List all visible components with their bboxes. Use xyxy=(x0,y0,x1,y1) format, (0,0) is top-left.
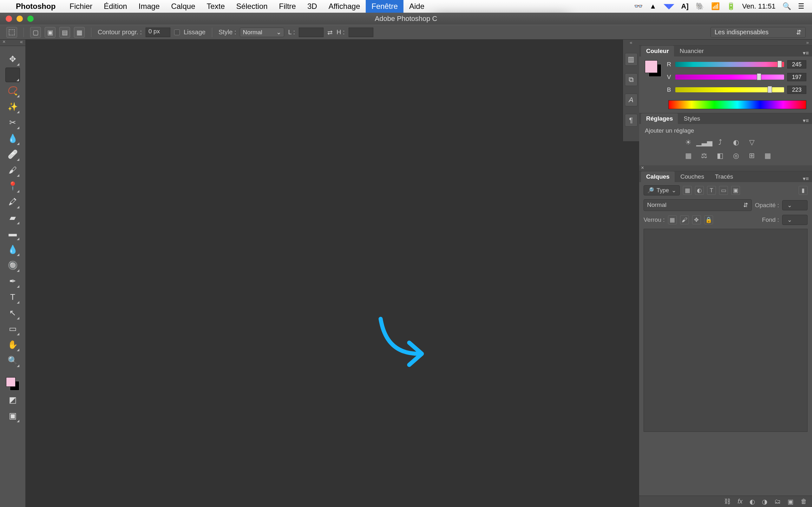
fill-input[interactable]: ⌄ xyxy=(782,215,808,225)
link-layers-icon[interactable]: ⛓ xyxy=(724,498,731,505)
collapse-panels-button[interactable]: » xyxy=(639,40,812,45)
v-value[interactable]: 197 xyxy=(787,73,806,81)
minimize-window-button[interactable] xyxy=(16,15,23,22)
menu-selection[interactable]: Sélection xyxy=(231,0,273,13)
selection-add-icon[interactable]: ▣ xyxy=(45,27,56,38)
screenmode-toggle[interactable]: ▣ xyxy=(5,408,20,423)
move-tool[interactable]: ✥ xyxy=(5,52,20,66)
adj-channel-mixer-icon[interactable]: ⊞ xyxy=(746,151,757,160)
menu-image[interactable]: Image xyxy=(133,0,166,13)
eyedropper-tool[interactable]: 💧 xyxy=(5,131,20,146)
v-slider[interactable] xyxy=(675,74,784,79)
close-window-button[interactable] xyxy=(6,15,12,22)
close-panel-icon[interactable]: × xyxy=(641,165,644,171)
menu-3d[interactable]: 3D xyxy=(302,0,323,13)
app-name[interactable]: Photoshop xyxy=(16,2,56,11)
zoom-window-button[interactable] xyxy=(27,15,34,22)
canvas-area[interactable] xyxy=(25,46,634,507)
filter-smart-icon[interactable]: ▣ xyxy=(731,186,740,195)
height-input[interactable] xyxy=(349,27,373,37)
menu-aide[interactable]: Aide xyxy=(403,0,430,13)
dock-character-icon[interactable]: A xyxy=(625,94,637,106)
selection-intersect-icon[interactable]: ▦ xyxy=(74,27,85,38)
tab-traces[interactable]: Tracés xyxy=(710,171,738,182)
shape-tool[interactable]: ▭ xyxy=(5,321,20,336)
lock-pixels-icon[interactable]: 🖌 xyxy=(680,215,689,224)
dock-history-icon[interactable]: ▥ xyxy=(625,53,637,66)
antialias-checkbox[interactable] xyxy=(174,30,180,35)
clone-stamp-tool[interactable]: 📍 xyxy=(5,179,20,193)
opacity-input[interactable]: ⌄ xyxy=(782,200,808,210)
blur-tool[interactable]: 💧 xyxy=(5,242,20,257)
panel-color-swatches[interactable] xyxy=(645,60,661,77)
tab-couches[interactable]: Couches xyxy=(675,171,709,182)
tab-reglages[interactable]: Réglages xyxy=(641,113,678,124)
type-tool[interactable]: T xyxy=(5,290,20,304)
pen-tool[interactable]: ✒ xyxy=(5,274,20,288)
feather-input[interactable]: 0 px xyxy=(145,27,170,37)
filter-toggle[interactable]: ▮ xyxy=(799,186,808,195)
layers-list[interactable] xyxy=(643,229,808,432)
gdrive-icon[interactable]: ▲ xyxy=(649,2,657,10)
magic-wand-tool[interactable]: ✨ xyxy=(5,99,20,114)
menu-calque[interactable]: Calque xyxy=(165,0,201,13)
fg-swatch[interactable] xyxy=(645,60,658,73)
selection-new-icon[interactable]: ▢ xyxy=(30,27,41,38)
menu-texte[interactable]: Texte xyxy=(201,0,230,13)
evernote-icon[interactable]: 🐘 xyxy=(696,2,704,10)
dodge-tool[interactable]: 🔘 xyxy=(5,258,20,273)
battery-icon[interactable]: 🔋 xyxy=(727,2,735,10)
tools-dock-strip[interactable]: × xyxy=(0,40,25,46)
hand-tool[interactable]: ✋ xyxy=(5,337,20,352)
glasses-icon[interactable]: 👓 xyxy=(634,2,643,10)
clock[interactable]: Ven. 11:51 xyxy=(742,2,775,10)
crop-tool[interactable]: ✂ xyxy=(5,115,20,130)
close-icon[interactable]: × xyxy=(3,39,5,45)
spotlight-icon[interactable]: 🔍 xyxy=(783,2,791,10)
width-input[interactable] xyxy=(299,27,323,37)
adobe-a-icon[interactable]: A] xyxy=(681,2,689,10)
blend-mode-select[interactable]: Normal⇵ xyxy=(643,199,752,211)
menu-extras-icon[interactable]: ☰ xyxy=(798,2,804,10)
lasso-tool[interactable]: 📿 xyxy=(5,83,20,98)
r-slider[interactable] xyxy=(675,62,784,67)
menu-edition[interactable]: Édition xyxy=(98,0,133,13)
adj-levels-icon[interactable]: ▁▃▅ xyxy=(699,138,709,147)
adjustment-layer-icon[interactable]: ◑ xyxy=(762,498,767,505)
lock-all-icon[interactable]: 🔒 xyxy=(704,215,713,224)
layer-filter-type[interactable]: 🔎 Type ⌄ xyxy=(643,185,680,195)
healing-brush-tool[interactable]: 🩹 xyxy=(5,147,20,162)
filter-type-icon[interactable]: T xyxy=(707,186,716,195)
workspace-select[interactable]: Les indispensables⇵ xyxy=(710,27,806,38)
adj-bw-icon[interactable]: ◧ xyxy=(714,151,726,160)
adj-curves-icon[interactable]: ⤴ xyxy=(714,138,726,147)
swap-wh-icon[interactable]: ⇄ xyxy=(327,29,333,36)
b-slider[interactable] xyxy=(675,87,784,92)
color-swatches[interactable] xyxy=(5,377,20,391)
selection-subtract-icon[interactable]: ▤ xyxy=(59,27,70,38)
tab-couleur[interactable]: Couleur xyxy=(641,46,674,56)
cc-icon[interactable]: ◥◤ xyxy=(664,2,674,10)
path-selection-tool[interactable]: ↖ xyxy=(5,305,20,320)
adj-photo-filter-icon[interactable]: ◎ xyxy=(731,151,741,160)
trash-icon[interactable]: 🗑 xyxy=(801,498,807,505)
eraser-tool[interactable]: ▰ xyxy=(5,210,20,225)
brush-tool[interactable]: 🖌 xyxy=(5,163,20,177)
filter-shape-icon[interactable]: ▭ xyxy=(719,186,728,195)
tab-calques[interactable]: Calques xyxy=(641,171,675,182)
style-select[interactable]: Normal⌄ xyxy=(240,27,284,37)
adj-balance-icon[interactable]: ⚖ xyxy=(699,151,709,160)
filter-adjust-icon[interactable]: ◐ xyxy=(695,186,704,195)
lock-position-icon[interactable]: ✥ xyxy=(692,215,701,224)
panel-menu-icon[interactable]: ▾≡ xyxy=(803,50,809,56)
dock-paragraph-icon[interactable]: ¶ xyxy=(625,114,637,127)
lock-transparency-icon[interactable]: ▦ xyxy=(668,215,677,224)
adj-hue-icon[interactable]: ▦ xyxy=(683,151,694,160)
zoom-tool[interactable]: 🔍 xyxy=(5,353,20,368)
filter-pixel-icon[interactable]: ▦ xyxy=(683,186,692,195)
spectrum-bar[interactable] xyxy=(668,100,806,109)
menu-affichage[interactable]: Affichage xyxy=(323,0,366,13)
expand-dock-button[interactable]: « xyxy=(623,40,639,45)
panel-menu-icon[interactable]: ▾≡ xyxy=(803,175,809,182)
adj-brightness-icon[interactable]: ☀ xyxy=(683,138,694,147)
